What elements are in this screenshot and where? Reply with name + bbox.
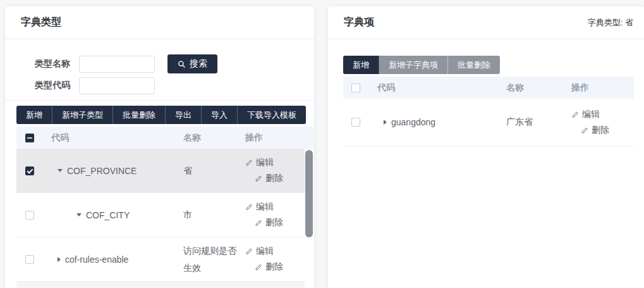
delete-button[interactable]: 删除: [255, 173, 303, 184]
panel-header: 字典类型: [5, 6, 314, 39]
batch-delete-item-button[interactable]: 批量删除: [448, 56, 500, 74]
search-form: 类型名称 搜索 类型代码: [35, 55, 314, 94]
batch-delete-button[interactable]: 批量删除: [113, 106, 166, 124]
row-checkbox[interactable]: [351, 118, 360, 127]
table-header: 代码 名称 操作: [343, 77, 634, 99]
caret-right-icon[interactable]: [58, 257, 61, 262]
row-checkbox[interactable]: [25, 166, 34, 175]
table-header: 代码 名称 操作: [16, 127, 313, 149]
edit-icon: [571, 111, 579, 118]
select-all-checkbox[interactable]: [351, 84, 360, 92]
table-row[interactable]: cof-rules-enable 访问规则是否生效 编辑 删除: [16, 237, 305, 282]
delete-icon: [581, 127, 588, 134]
dictionary-item-panel: 字典项 字典类型: 省 新增 新增子字典项 批量删除 代码 名称 操作 guan…: [328, 6, 644, 288]
row-name: 广东省: [501, 116, 568, 128]
table-row[interactable]: COF_PROVINCE 省 编辑 删除: [16, 149, 305, 193]
next-row-partial: [16, 282, 305, 288]
download-import-template-button[interactable]: 下载导入模板: [238, 106, 306, 124]
row-code: cof-rules-enable: [65, 254, 128, 265]
form-divider: [5, 100, 314, 101]
caret-down-icon[interactable]: [58, 169, 63, 172]
delete-icon: [255, 263, 262, 271]
col-actions: 操作: [568, 82, 634, 94]
edit-icon: [245, 203, 253, 211]
vertical-scrollbar-thumb[interactable]: [305, 150, 313, 237]
col-code: 代码: [43, 132, 177, 144]
search-icon: [178, 60, 186, 68]
edit-button[interactable]: 编辑: [571, 109, 634, 120]
add-item-button[interactable]: 新增: [343, 56, 379, 74]
col-name: 名称: [501, 82, 568, 94]
page-title: 字典项: [344, 16, 374, 29]
delete-button[interactable]: 删除: [581, 125, 634, 136]
search-button-label: 搜索: [190, 58, 207, 70]
row-code: guangdong: [391, 117, 435, 127]
row-name: 访问规则是否生效: [177, 242, 238, 276]
delete-icon: [255, 219, 262, 227]
dictionary-type-panel: 字典类型 类型名称 搜索 类型代码 新增 新增子类型 批量删除 导出 导入: [5, 6, 314, 288]
add-child-type-button[interactable]: 新增子类型: [52, 106, 113, 124]
row-code: COF_CITY: [86, 210, 130, 220]
type-table: 代码 名称 操作 COF_PROVINCE 省 编辑 删除: [16, 127, 313, 288]
row-checkbox[interactable]: [25, 211, 34, 220]
search-button[interactable]: 搜索: [167, 54, 217, 73]
add-button[interactable]: 新增: [16, 106, 52, 124]
page-title: 字典类型: [21, 16, 61, 29]
delete-icon: [255, 175, 262, 182]
caret-right-icon[interactable]: [384, 120, 387, 125]
edit-button[interactable]: 编辑: [245, 157, 303, 168]
item-table: 代码 名称 操作 guangdong 广东省 编辑 删除: [343, 77, 634, 146]
col-actions: 操作: [238, 132, 303, 144]
type-code-label: 类型代码: [35, 80, 73, 91]
row-name: 省: [177, 162, 238, 179]
delete-button[interactable]: 删除: [255, 261, 303, 273]
col-name: 名称: [177, 129, 238, 146]
export-button[interactable]: 导出: [166, 106, 202, 124]
item-toolbar: 新增 新增子字典项 批量删除: [343, 56, 500, 74]
edit-button[interactable]: 编辑: [245, 201, 303, 213]
edit-button[interactable]: 编辑: [245, 246, 303, 257]
import-button[interactable]: 导入: [202, 106, 238, 124]
caret-down-icon[interactable]: [76, 213, 82, 216]
col-code: 代码: [368, 82, 501, 94]
row-code: COF_PROVINCE: [67, 166, 137, 176]
row-checkbox[interactable]: [25, 255, 34, 264]
table-row[interactable]: COF_CITY 市 编辑 删除: [16, 193, 305, 237]
type-name-label: 类型名称: [35, 58, 73, 70]
type-toolbar: 新增 新增子类型 批量删除 导出 导入 下载导入模板: [16, 106, 306, 124]
row-name: 市: [177, 206, 238, 223]
table-row[interactable]: guangdong 广东省 编辑 删除: [343, 99, 634, 146]
delete-button[interactable]: 删除: [255, 217, 303, 229]
edit-icon: [245, 247, 253, 255]
select-all-checkbox[interactable]: [25, 134, 34, 142]
edit-icon: [245, 159, 253, 166]
add-child-item-button[interactable]: 新增子字典项: [379, 56, 448, 74]
current-type-label: 字典类型: 省: [588, 17, 633, 28]
panel-header: 字典项 字典类型: 省: [328, 6, 644, 39]
type-name-input[interactable]: [79, 56, 155, 73]
type-code-input[interactable]: [79, 77, 155, 94]
